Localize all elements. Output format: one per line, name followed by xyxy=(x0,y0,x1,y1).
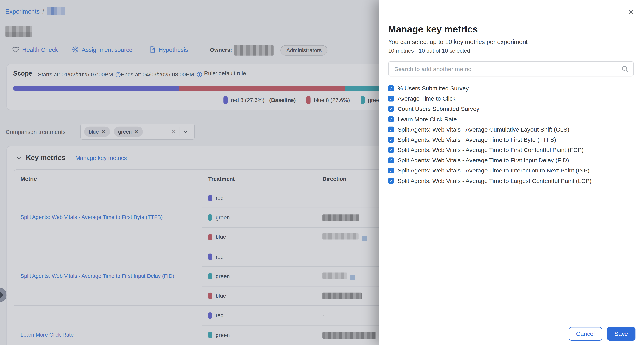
checkbox-checked-icon[interactable]: ✓ xyxy=(388,96,394,101)
metric-option[interactable]: ✓Average Time to Click xyxy=(388,93,634,104)
checkbox-checked-icon[interactable]: ✓ xyxy=(388,127,394,132)
save-button[interactable]: Save xyxy=(607,327,635,340)
metric-option[interactable]: ✓Split Agents: Web Vitals - Average Time… xyxy=(388,135,634,145)
metric-option-label: Split Agents: Web Vitals - Average Time … xyxy=(398,178,592,184)
metric-option[interactable]: ✓Split Agents: Web Vitals - Average Time… xyxy=(388,145,634,155)
panel-subtitle: You can select up to 10 key metrics per … xyxy=(388,38,528,45)
metric-option[interactable]: ✓Learn More Click Rate xyxy=(388,114,634,124)
cancel-button[interactable]: Cancel xyxy=(569,327,602,340)
search-icon xyxy=(621,65,629,73)
metric-option[interactable]: ✓% Users Submitted Survey xyxy=(388,83,634,93)
checkbox-checked-icon[interactable]: ✓ xyxy=(388,85,394,91)
metric-option[interactable]: ✓Split Agents: Web Vitals - Average Cumu… xyxy=(388,124,634,135)
metric-checkbox-list: ✓% Users Submitted Survey✓Average Time t… xyxy=(388,83,634,186)
metric-search xyxy=(388,61,634,76)
metric-option[interactable]: ✓Split Agents: Web Vitals - Average Time… xyxy=(388,155,634,165)
metric-option-label: Split Agents: Web Vitals - Average Time … xyxy=(398,167,590,174)
checkbox-checked-icon[interactable]: ✓ xyxy=(388,168,394,173)
metric-option-label: % Users Submitted Survey xyxy=(398,85,469,91)
metric-option[interactable]: ✓Split Agents: Web Vitals - Average Time… xyxy=(388,176,634,186)
panel-title: Manage key metrics xyxy=(388,24,478,35)
checkbox-checked-icon[interactable]: ✓ xyxy=(388,106,394,112)
metric-search-input[interactable] xyxy=(388,61,634,76)
panel-footer: Cancel Save xyxy=(379,322,644,345)
metric-option-label: Split Agents: Web Vitals - Average Time … xyxy=(398,157,569,164)
metric-option[interactable]: ✓Split Agents: Web Vitals - Average Time… xyxy=(388,165,634,176)
metric-option-label: Split Agents: Web Vitals - Average Time … xyxy=(398,136,556,143)
app-stage: Experiments / Health Check Assignment so… xyxy=(0,0,644,345)
checkbox-checked-icon[interactable]: ✓ xyxy=(388,137,394,143)
checkbox-checked-icon[interactable]: ✓ xyxy=(388,147,394,153)
metric-option-label: Average Time to Click xyxy=(398,95,456,102)
checkbox-checked-icon[interactable]: ✓ xyxy=(388,178,394,184)
metric-option-label: Count Users Submitted Survey xyxy=(398,106,479,112)
manage-key-metrics-panel: ✕ Manage key metrics You can select up t… xyxy=(379,0,644,345)
metric-option-label: Split Agents: Web Vitals - Average Time … xyxy=(398,147,584,153)
metric-option-label: Split Agents: Web Vitals - Average Cumul… xyxy=(398,126,570,133)
metric-option[interactable]: ✓Count Users Submitted Survey xyxy=(388,104,634,114)
checkbox-checked-icon[interactable]: ✓ xyxy=(388,158,394,163)
checkbox-checked-icon[interactable]: ✓ xyxy=(388,116,394,122)
close-icon[interactable]: ✕ xyxy=(628,9,634,16)
metric-option-label: Learn More Click Rate xyxy=(398,116,457,122)
metrics-count-text: 10 metrics · 10 out of 10 selected xyxy=(388,48,470,54)
